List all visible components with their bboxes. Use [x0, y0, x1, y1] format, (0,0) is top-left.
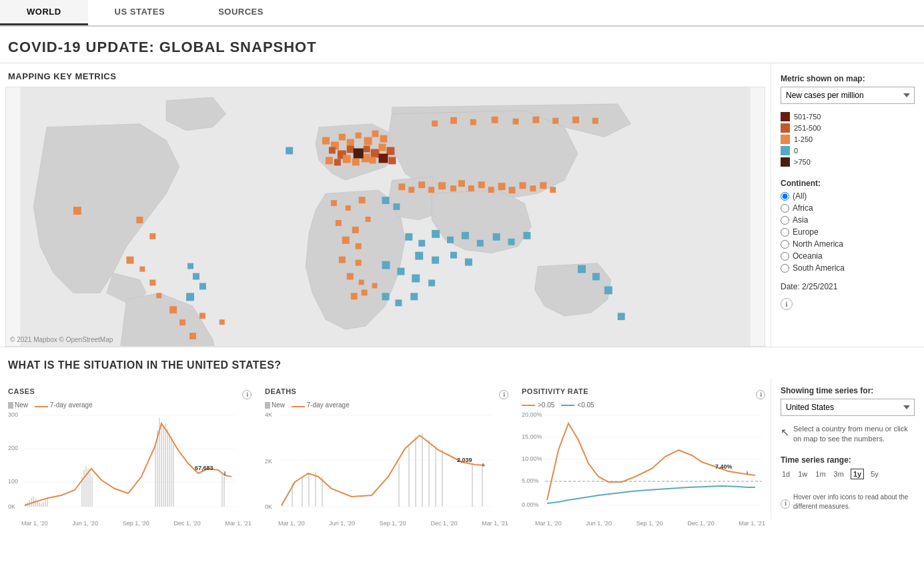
continent-all-radio[interactable]	[781, 192, 789, 201]
continent-africa-label: Africa	[793, 203, 813, 213]
svg-rect-18	[339, 134, 346, 141]
cases-info-icon[interactable]: ℹ	[242, 390, 252, 399]
deaths-legend-line: 7-day average	[292, 401, 350, 409]
legend-color-501	[781, 112, 790, 121]
svg-rect-26	[347, 146, 354, 153]
svg-text:0K: 0K	[8, 503, 15, 510]
svg-rect-81	[432, 230, 440, 238]
time-btn-1d[interactable]: 1d	[781, 469, 791, 479]
svg-text:100: 100	[8, 478, 18, 485]
map-copyright: © 2021 Mapbox © OpenStreetMap	[10, 336, 113, 343]
deaths-x4: Mar 1, '21	[482, 520, 508, 527]
svg-rect-109	[552, 118, 558, 124]
svg-rect-148	[221, 473, 223, 507]
deaths-x0: Mar 1, '20	[278, 520, 305, 527]
svg-rect-69	[530, 185, 536, 191]
continent-north-america[interactable]: North America	[781, 239, 915, 249]
svg-rect-48	[356, 243, 362, 249]
svg-rect-3	[149, 233, 155, 239]
svg-rect-46	[366, 217, 371, 222]
continent-europe[interactable]: Europe	[781, 227, 915, 237]
time-btn-1w[interactable]: 1w	[797, 469, 809, 479]
continent-south-america-radio[interactable]	[781, 264, 789, 273]
deaths-legend: New 7-day average	[265, 401, 508, 409]
tab-us-states[interactable]: US STATES	[88, 0, 192, 25]
continent-asia-label: Asia	[793, 215, 808, 225]
tab-world[interactable]: WORLD	[0, 0, 88, 25]
cases-legend-bar-icon: New	[8, 401, 28, 409]
svg-rect-82	[447, 237, 454, 243]
continent-north-america-radio[interactable]	[781, 240, 789, 249]
svg-rect-1	[73, 207, 81, 215]
svg-rect-106	[492, 117, 498, 123]
positivity-x1: Jun 1, '20	[586, 520, 612, 527]
svg-rect-8	[169, 306, 177, 313]
svg-rect-95	[428, 280, 435, 287]
continent-asia-radio[interactable]	[781, 216, 789, 225]
svg-rect-76	[187, 263, 193, 269]
continent-europe-radio[interactable]	[781, 228, 789, 237]
svg-rect-172	[482, 467, 483, 507]
continent-oceania[interactable]: Oceania	[781, 251, 915, 261]
continent-north-america-label: North America	[793, 239, 843, 249]
svg-rect-108	[532, 117, 539, 123]
svg-text:20.00%: 20.00%	[522, 411, 542, 418]
svg-rect-166	[415, 437, 416, 507]
continent-europe-label: Europe	[793, 227, 819, 237]
deaths-chart-panel: DEATHS ℹ New 7-day average 4K 2K 0K	[257, 378, 514, 519]
svg-rect-35	[352, 158, 360, 165]
svg-text:2K: 2K	[265, 458, 272, 465]
world-map[interactable]: © 2021 Mapbox © OpenStreetMap	[5, 87, 765, 347]
svg-rect-84	[477, 240, 484, 247]
svg-rect-13	[209, 346, 215, 347]
positivity-chart-panel: POSITIVITY RATE ℹ >0.05 <0.05 20.00%	[514, 378, 771, 519]
positivity-xaxis: Mar 1, '20 Jun 1, '20 Sep 1, '20 Dec 1, …	[522, 519, 765, 527]
svg-rect-129	[43, 502, 44, 507]
svg-rect-102	[410, 293, 418, 300]
hover-info-icon[interactable]: ℹ	[781, 499, 790, 509]
continent-oceania-radio[interactable]	[781, 252, 789, 261]
deaths-xaxis: Mar 1, '20 Jun 1, '20 Sep 1, '20 Dec 1, …	[265, 519, 508, 527]
svg-rect-111	[592, 118, 598, 124]
map-date: Date: 2/25/2021	[781, 282, 915, 291]
deaths-info-icon[interactable]: ℹ	[499, 390, 508, 399]
svg-rect-146	[171, 437, 172, 507]
svg-rect-54	[362, 289, 368, 295]
svg-rect-73	[186, 293, 194, 301]
metric-select[interactable]: New cases per million	[781, 87, 915, 104]
svg-rect-5	[139, 267, 145, 272]
positivity-legend: >0.05 <0.05	[522, 401, 765, 409]
tab-bar: WORLD US STATES SOURCES	[0, 0, 924, 27]
tab-sources[interactable]: SOURCES	[191, 0, 290, 25]
time-btn-1y[interactable]: 1y	[851, 469, 864, 479]
time-btn-3m[interactable]: 3m	[833, 469, 845, 479]
continent-africa[interactable]: Africa	[781, 203, 915, 213]
svg-text:200: 200	[8, 445, 18, 451]
time-series-panel: Showing time series for: United States ↖…	[771, 378, 924, 519]
page-title: COVID-19 UPDATE: GLOBAL SNAPSHOT	[0, 27, 924, 63]
svg-text:5.00%: 5.00%	[522, 477, 539, 484]
cases-x4: Mar 1, '21	[225, 520, 252, 527]
svg-rect-138	[155, 443, 156, 507]
cases-legend: New 7-day average	[8, 401, 252, 409]
svg-rect-16	[322, 137, 330, 145]
svg-rect-40	[354, 149, 364, 159]
positivity-low: <0.05	[561, 401, 594, 409]
deaths-x1: Jun 1, '20	[329, 520, 355, 527]
time-btn-1m[interactable]: 1m	[814, 469, 827, 479]
continent-south-america[interactable]: South America	[781, 263, 915, 273]
continent-all[interactable]: (All)	[781, 191, 915, 201]
country-select[interactable]: United States	[781, 399, 915, 416]
svg-rect-71	[550, 187, 556, 193]
continent-asia[interactable]: Asia	[781, 215, 915, 225]
svg-rect-57	[408, 187, 414, 193]
svg-rect-60	[438, 182, 446, 189]
continent-africa-radio[interactable]	[781, 204, 789, 213]
svg-rect-24	[329, 147, 336, 154]
time-btn-5y[interactable]: 5y	[869, 469, 880, 479]
map-info-icon[interactable]: ℹ	[781, 298, 793, 310]
legend-item-0: 0	[781, 146, 915, 155]
positivity-info-icon[interactable]: ℹ	[756, 390, 765, 399]
cases-x1: Jun 1, '20	[72, 520, 98, 527]
legend-label-1: 1-250	[794, 135, 813, 143]
